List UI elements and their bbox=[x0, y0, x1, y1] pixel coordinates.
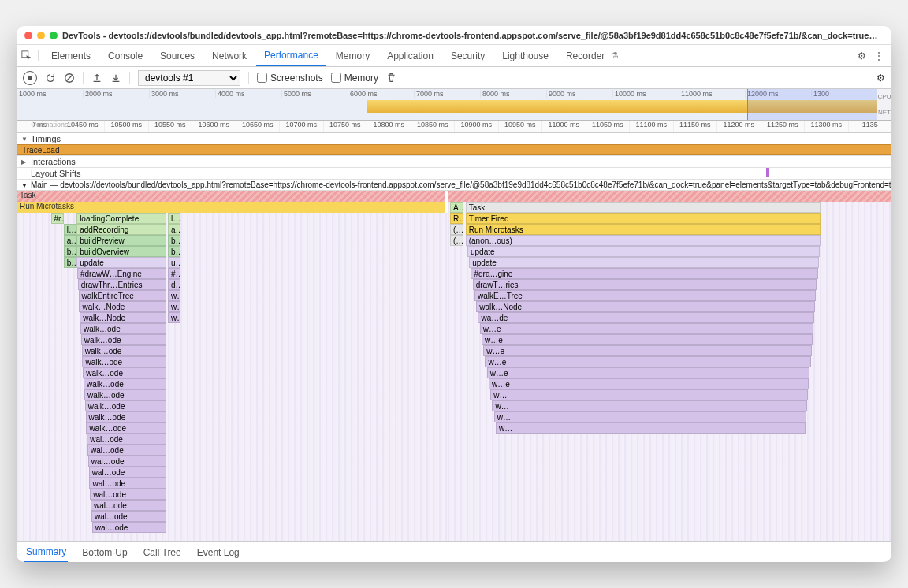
minimize-icon[interactable] bbox=[37, 32, 45, 39]
flame-frame[interactable]: walk…ode bbox=[86, 422, 166, 434]
flame-frame[interactable]: wal…ode bbox=[92, 522, 167, 533]
flame-frame[interactable]: walkEntireTree bbox=[79, 290, 167, 301]
details-tab-summary[interactable]: Summary bbox=[24, 542, 68, 563]
flame-frame[interactable]: Timer Fired bbox=[466, 213, 821, 224]
flame-frame[interactable]: w… bbox=[168, 290, 180, 301]
flame-frame[interactable]: b… bbox=[168, 246, 180, 257]
task-bar[interactable]: Task bbox=[17, 191, 445, 202]
flame-frame[interactable]: a… bbox=[64, 235, 76, 246]
tab-lighthouse[interactable]: Lighthouse bbox=[494, 45, 556, 66]
flame-frame[interactable]: walk…ode bbox=[82, 345, 167, 356]
traceload-bar[interactable]: TraceLoad bbox=[17, 144, 891, 155]
layoutshifts-header[interactable]: ▶Layout Shifts bbox=[17, 168, 891, 179]
flame-frame[interactable]: A… bbox=[450, 202, 463, 213]
flame-frame[interactable]: (anon…ous) bbox=[466, 235, 821, 246]
flame-frame[interactable]: walkE…Tree bbox=[474, 290, 816, 301]
flame-frame[interactable]: Task bbox=[466, 202, 821, 213]
flame-frame[interactable]: update bbox=[469, 257, 818, 268]
details-tab-event-log[interactable]: Event Log bbox=[195, 543, 241, 562]
flame-frame[interactable]: a… bbox=[168, 224, 180, 235]
flame-frame[interactable]: b… bbox=[64, 257, 76, 268]
flame-frame[interactable]: walk…ode bbox=[81, 334, 167, 345]
run-microtasks-bar[interactable]: Run Microtasks bbox=[17, 202, 445, 213]
flame-frame[interactable]: R… bbox=[450, 213, 463, 224]
flame-frame[interactable]: drawT…ries bbox=[473, 279, 817, 290]
flame-frame[interactable]: buildOverview bbox=[76, 246, 166, 257]
flame-frame[interactable]: w… bbox=[496, 422, 806, 434]
tab-sources[interactable]: Sources bbox=[152, 45, 203, 66]
flame-frame[interactable]: walk…ode bbox=[85, 400, 167, 411]
flame-frame[interactable]: #r…s bbox=[51, 213, 64, 224]
inspect-icon[interactable] bbox=[21, 50, 39, 61]
flame-frame[interactable]: #… bbox=[168, 268, 180, 279]
flame-chart[interactable]: Task Run Microtasks #r…sloadingCompletel… bbox=[17, 191, 891, 541]
flame-frame[interactable]: d… bbox=[168, 279, 180, 290]
more-icon[interactable]: ⋮ bbox=[871, 50, 887, 61]
flame-frame[interactable]: wal…ode bbox=[90, 489, 166, 500]
save-button[interactable] bbox=[110, 73, 121, 84]
flame-frame[interactable]: w… bbox=[168, 301, 180, 312]
flame-frame[interactable]: (…) bbox=[450, 235, 463, 246]
task-bar-2[interactable] bbox=[448, 191, 891, 202]
flame-frame[interactable]: wal…ode bbox=[87, 434, 166, 445]
record-button[interactable] bbox=[23, 71, 37, 85]
flame-frame[interactable]: walk…Node bbox=[80, 312, 166, 323]
flame-frame[interactable]: wal…ode bbox=[91, 500, 166, 511]
interactions-header[interactable]: ▶Interactions bbox=[17, 156, 891, 167]
memory-toggle[interactable]: Memory bbox=[331, 73, 378, 84]
flame-frame[interactable]: walk…Node bbox=[79, 301, 166, 312]
layoutshift-marker[interactable] bbox=[766, 168, 769, 177]
flame-frame[interactable]: u… bbox=[168, 257, 180, 268]
tab-performance[interactable]: Performance bbox=[256, 45, 326, 66]
flame-frame[interactable]: #drawW…Engine bbox=[77, 268, 166, 279]
flame-frame[interactable]: w… bbox=[490, 389, 808, 400]
screenshots-toggle[interactable]: Screenshots bbox=[257, 73, 323, 84]
zoom-icon[interactable] bbox=[50, 32, 58, 39]
settings-icon[interactable]: ⚙ bbox=[854, 50, 869, 61]
flame-frame[interactable]: update bbox=[76, 257, 166, 268]
capture-settings-icon[interactable]: ⚙ bbox=[876, 73, 885, 84]
tab-application[interactable]: Application bbox=[379, 45, 441, 66]
flame-frame[interactable]: #dra…gine bbox=[471, 268, 817, 279]
tab-network[interactable]: Network bbox=[204, 45, 255, 66]
flame-frame[interactable]: walk…Node bbox=[476, 301, 815, 312]
flame-frame[interactable]: w… bbox=[168, 312, 180, 323]
flame-frame[interactable]: drawThr…Entries bbox=[78, 279, 167, 290]
close-icon[interactable] bbox=[24, 32, 32, 39]
selection-window[interactable] bbox=[747, 89, 879, 120]
details-tab-call-tree[interactable]: Call Tree bbox=[142, 543, 183, 562]
timeline-overview[interactable]: 1000 ms2000 ms3000 ms4000 ms5000 ms6000 … bbox=[17, 89, 891, 121]
flame-frame[interactable]: wa…de bbox=[478, 312, 814, 323]
details-tab-bottom-up[interactable]: Bottom-Up bbox=[80, 543, 128, 562]
flame-frame[interactable]: w… bbox=[494, 411, 806, 422]
flame-frame[interactable]: wal…ode bbox=[91, 511, 166, 522]
flame-frame[interactable]: walk…ode bbox=[86, 411, 167, 422]
trash-button[interactable] bbox=[386, 73, 396, 83]
flame-frame[interactable]: l…e bbox=[168, 213, 180, 224]
flame-frame[interactable]: walk…ode bbox=[80, 323, 166, 334]
flame-frame[interactable]: walk…ode bbox=[84, 378, 166, 389]
flame-frame[interactable]: update bbox=[467, 246, 820, 257]
flame-frame[interactable]: buildPreview bbox=[76, 235, 166, 246]
flame-frame[interactable]: w…e bbox=[485, 356, 810, 367]
flame-frame[interactable]: w…e bbox=[483, 345, 811, 356]
flame-frame[interactable]: walk…ode bbox=[82, 356, 166, 367]
tab-recorder[interactable]: Recorder bbox=[558, 45, 612, 66]
flame-frame[interactable]: w…e bbox=[487, 367, 810, 378]
flame-frame[interactable]: wal…ode bbox=[89, 467, 167, 478]
tab-security[interactable]: Security bbox=[443, 45, 493, 66]
tab-memory[interactable]: Memory bbox=[328, 45, 378, 66]
flame-frame[interactable]: w…e bbox=[480, 323, 813, 334]
flame-frame[interactable]: w…e bbox=[489, 378, 809, 389]
flame-frame[interactable]: l… bbox=[64, 224, 76, 235]
tab-elements[interactable]: Elements bbox=[43, 45, 99, 66]
flame-frame[interactable]: (…) bbox=[450, 224, 463, 235]
flame-frame[interactable]: addRecording bbox=[76, 224, 166, 235]
clear-button[interactable] bbox=[64, 73, 75, 84]
flame-frame[interactable]: b… bbox=[168, 235, 180, 246]
flame-frame[interactable]: w… bbox=[492, 400, 807, 411]
flame-frame[interactable]: walk…ode bbox=[83, 367, 166, 378]
flame-frame[interactable]: wal…ode bbox=[89, 478, 166, 489]
load-button[interactable] bbox=[91, 73, 102, 84]
timings-header[interactable]: ▼Timings bbox=[17, 133, 891, 144]
